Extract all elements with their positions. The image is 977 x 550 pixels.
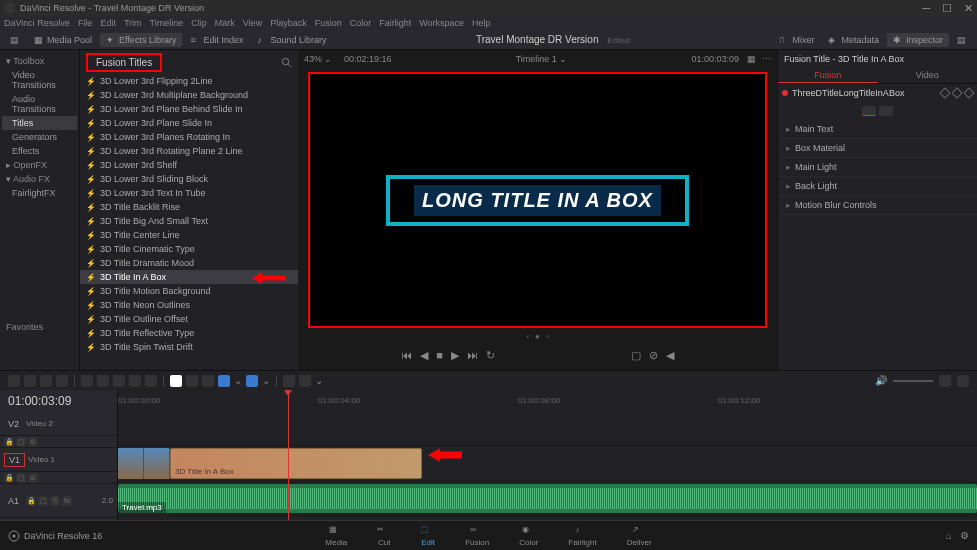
fusion-title-item[interactable]: ⚡3D Lower 3rd Planes Rotating In [80, 130, 298, 144]
fusion-title-item[interactable]: ⚡3D Title Cinematic Type [80, 242, 298, 256]
tl-trim-mode[interactable] [24, 375, 36, 387]
tl-overwrite[interactable] [97, 375, 109, 387]
toolbox-item-effects[interactable]: Effects [2, 144, 77, 158]
fusion-title-item[interactable]: ⚡3D Lower 3rd Sliding Block [80, 172, 298, 186]
tl-customize[interactable] [957, 375, 969, 387]
tl-zoom-preset[interactable] [299, 375, 311, 387]
prev-keyframe-icon[interactable] [939, 87, 950, 98]
audiofx-header[interactable]: ▾ Audio FX [2, 172, 77, 186]
menu-help[interactable]: Help [472, 18, 491, 28]
inspector-button[interactable]: ✱Inspector [887, 33, 949, 47]
track-v1-auto-select[interactable]: ▢ [16, 473, 26, 483]
tl-link[interactable] [186, 375, 198, 387]
home-icon[interactable]: ⌂ [946, 530, 952, 541]
video-clip-thumbnails[interactable] [118, 448, 170, 479]
track-v1-id[interactable]: V1 [4, 453, 25, 467]
track-a1-lane[interactable]: Travel.mp3 [118, 482, 977, 516]
panel-toggle-left[interactable]: ▤ [4, 33, 26, 47]
page-fusion[interactable]: ∞Fusion [465, 525, 489, 547]
track-v1-disable[interactable]: ⊘ [28, 473, 38, 483]
loop-icon[interactable]: ↻ [486, 349, 495, 362]
toolbox-header[interactable]: ▾ Toolbox [2, 54, 77, 68]
menu-fusion[interactable]: Fusion [315, 18, 342, 28]
fusion-title-item[interactable]: ⚡3D Title Dramatic Mood [80, 256, 298, 270]
fusion-title-item[interactable]: ⚡3D Title Center Line [80, 228, 298, 242]
next-keyframe-icon[interactable] [963, 87, 974, 98]
tl-dynamic-trim[interactable] [40, 375, 52, 387]
inspector-view-controls[interactable] [862, 106, 876, 116]
fusion-title-item[interactable]: ⚡3D Lower 3rd Plane Behind Slide In [80, 102, 298, 116]
menu-mark[interactable]: Mark [215, 18, 235, 28]
openfx-header[interactable]: ▸ OpenFX [2, 158, 77, 172]
track-a1-solo[interactable]: S [50, 496, 60, 506]
track-a1-id[interactable]: A1 [4, 495, 23, 507]
toolbox-item-generators[interactable]: Generators [2, 130, 77, 144]
mixer-button[interactable]: ⎍Mixer [773, 33, 820, 47]
maximize-icon[interactable]: ☐ [942, 2, 952, 15]
menu-davinci-resolve[interactable]: DaVinci Resolve [4, 18, 70, 28]
menu-clip[interactable]: Clip [191, 18, 207, 28]
track-v2-auto-select[interactable]: ▢ [16, 437, 26, 447]
tl-insert[interactable] [81, 375, 93, 387]
sound-library-button[interactable]: ♪Sound Library [251, 33, 332, 47]
fusion-title-item[interactable]: ⚡3D Lower 3rd Multiplane Background [80, 88, 298, 102]
tl-fit-to-fill[interactable] [129, 375, 141, 387]
menu-fairlight[interactable]: Fairlight [379, 18, 411, 28]
track-a1-auto-select[interactable]: ▢ [38, 496, 48, 506]
fusion-title-item[interactable]: ⚡3D Title Spin Twist Drift [80, 340, 298, 354]
inspector-section-main-light[interactable]: ▸Main Light [778, 158, 977, 177]
track-v1-lane[interactable]: 3D Title In A Box [118, 446, 977, 482]
tl-volume-icon[interactable]: 🔊 [875, 375, 887, 387]
play-icon[interactable]: ▶ [451, 349, 459, 362]
tl-position-lock[interactable] [202, 375, 214, 387]
viewer-options-icon[interactable]: ⋯ [762, 54, 771, 64]
fusion-title-item[interactable]: ⚡3D Title Backlit Rise [80, 200, 298, 214]
match-frame-icon[interactable]: ▢ [631, 349, 641, 362]
node-enable-dot[interactable] [782, 90, 788, 96]
page-deliver[interactable]: ↗Deliver [627, 525, 652, 547]
title-clip[interactable]: 3D Title In A Box [170, 448, 422, 479]
prev-marker-icon[interactable]: ◀ [666, 349, 674, 362]
track-v2-lane[interactable] [118, 410, 977, 446]
close-icon[interactable]: ✕ [964, 2, 973, 15]
viewer-timecode-mode-icon[interactable]: ▦ [747, 54, 756, 64]
menu-color[interactable]: Color [350, 18, 372, 28]
inspector-section-main-text[interactable]: ▸Main Text [778, 120, 977, 139]
tl-marker[interactable] [246, 375, 258, 387]
page-color[interactable]: ◉Color [519, 525, 538, 547]
bypass-icon[interactable]: ⊘ [649, 349, 658, 362]
page-media[interactable]: ▦Media [325, 525, 347, 547]
tl-place-on-top[interactable] [145, 375, 157, 387]
fusion-title-item[interactable]: ⚡3D Title Big And Small Text [80, 214, 298, 228]
metadata-button[interactable]: ◈Metadata [822, 33, 885, 47]
minimize-icon[interactable]: ─ [922, 2, 930, 15]
fusion-title-item[interactable]: ⚡3D Title Outline Offset [80, 312, 298, 326]
viewer-zoom[interactable]: 43% [304, 54, 322, 64]
menu-view[interactable]: View [243, 18, 262, 28]
inspector-view-settings[interactable] [879, 106, 893, 116]
fairlightfx-item[interactable]: FairlightFX [2, 186, 77, 200]
viewer-timeline-name[interactable]: Timeline 1 ⌄ [392, 54, 692, 64]
fusion-title-item[interactable]: ⚡3D Title Neon Outlines [80, 298, 298, 312]
tl-audio-scrub[interactable] [939, 375, 951, 387]
page-fairlight[interactable]: ♪Fairlight [568, 525, 596, 547]
fusion-title-item[interactable]: ⚡3D Lower 3rd Plane Slide In [80, 116, 298, 130]
fusion-title-item[interactable]: ⚡3D Title Motion Background [80, 284, 298, 298]
inspector-section-back-light[interactable]: ▸Back Light [778, 177, 977, 196]
inspector-tab-fusion[interactable]: Fusion [778, 68, 878, 83]
fusion-title-item[interactable]: ⚡3D Lower 3rd Shelf [80, 158, 298, 172]
edit-index-button[interactable]: ≡Edit Index [184, 33, 249, 47]
toolbox-item-video-transitions[interactable]: Video Transitions [2, 68, 77, 92]
track-v2-lock-icon[interactable]: 🔒 [4, 437, 14, 447]
tl-replace[interactable] [113, 375, 125, 387]
menu-edit[interactable]: Edit [100, 18, 116, 28]
toolbox-item-titles[interactable]: Titles [2, 116, 77, 130]
page-edit[interactable]: ⬚Edit [421, 525, 435, 547]
tl-flag[interactable] [218, 375, 230, 387]
tl-selection-mode[interactable] [8, 375, 20, 387]
effects-library-button[interactable]: ✦Effects Library [100, 33, 182, 47]
panel-toggle-right[interactable]: ▤ [951, 33, 973, 47]
menu-file[interactable]: File [78, 18, 93, 28]
tl-volume-slider[interactable] [893, 380, 933, 382]
track-v2-id[interactable]: V2 [4, 418, 23, 430]
